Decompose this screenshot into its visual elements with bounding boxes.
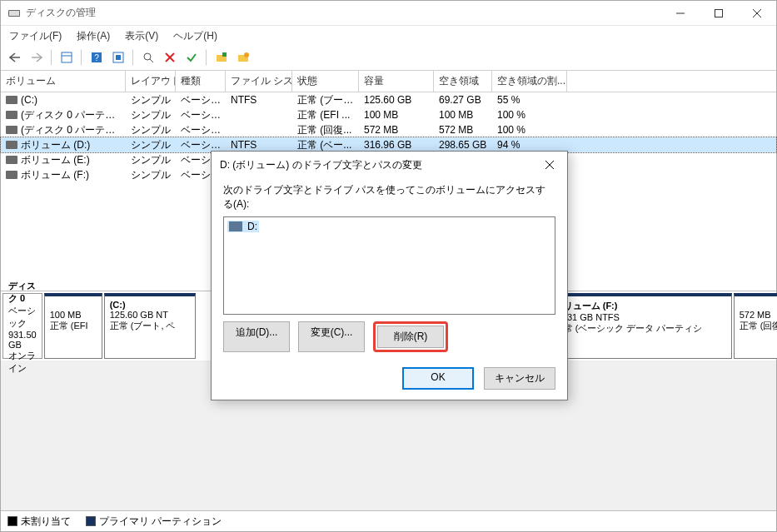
drive-letter: D:	[247, 221, 257, 232]
add-button[interactable]: 追加(D)...	[223, 321, 290, 352]
drive-paths-list[interactable]: D:	[223, 216, 555, 315]
drive-icon	[229, 221, 242, 231]
drive-entry[interactable]: D:	[227, 221, 259, 232]
dialog-title: D: (ボリューム) のドライブ文字とパスの変更	[220, 158, 539, 172]
cancel-button[interactable]: キャンセル	[484, 367, 555, 390]
dialog-description: 次のドライブ文字とドライブ パスを使ってこのボリュームにアクセスする(A):	[223, 183, 555, 211]
dialog-titlebar: D: (ボリューム) のドライブ文字とパスの変更	[212, 152, 567, 178]
modal-overlay: D: (ボリューム) のドライブ文字とパスの変更 次のドライブ文字とドライブ パ…	[1, 1, 776, 531]
ok-button[interactable]: OK	[402, 367, 474, 390]
change-button[interactable]: 変更(C)...	[298, 321, 365, 352]
dialog-close-button[interactable]	[539, 157, 560, 173]
highlight-box: 削除(R)	[373, 321, 448, 352]
disk-management-window: ディスクの管理 ファイル(F) 操作(A) 表示(V) ヘルプ(H) ? ボリュ…	[0, 0, 777, 532]
remove-button[interactable]: 削除(R)	[377, 326, 444, 348]
change-drive-letter-dialog: D: (ボリューム) のドライブ文字とパスの変更 次のドライブ文字とドライブ パ…	[211, 151, 568, 400]
